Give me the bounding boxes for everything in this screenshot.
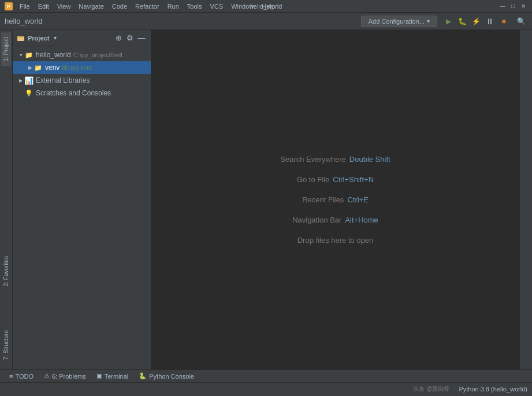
sidebar-tab-project[interactable]: 1: Project	[1, 32, 11, 66]
tree-item-root[interactable]: ▾ 📁 hello_world C:\py_project\hell...	[13, 49, 151, 61]
problems-label: 6: Problems	[52, 373, 86, 380]
python-console-label: Python Console	[149, 373, 194, 380]
hint-drop-files: Drop files here to open	[297, 236, 374, 245]
todo-label: TODO	[15, 373, 34, 380]
panel-add-button[interactable]: ⊕	[114, 34, 123, 43]
hint-text-1: Go to File	[297, 175, 329, 184]
bottom-toolbar: ≡ TODO ⚠ 6: Problems ▣ Terminal 🐍 Python…	[0, 369, 532, 382]
debug-button[interactable]: 🐛	[456, 15, 468, 28]
hint-text-3: Navigation Bar	[292, 216, 341, 224]
menu-vcs[interactable]: VCS	[207, 2, 227, 11]
terminal-icon: ▣	[96, 372, 102, 380]
panel-actions: ⊕ ⚙ —	[114, 34, 146, 43]
tree-item-external-libs[interactable]: ▶ 📊 External Libraries	[13, 74, 151, 87]
hint-navigation-bar: Navigation Bar Alt+Home	[292, 216, 378, 224]
hint-shortcut-0: Double Shift	[349, 155, 390, 164]
stop-button[interactable]: ■	[497, 15, 510, 28]
tree-item-scratches[interactable]: 💡 Scratches and Consoles	[13, 87, 151, 99]
watermark-text: 头条 @颜御霁	[413, 385, 449, 393]
main-layout: 1: Project 2: Favorites 7: Structure Pro…	[0, 30, 532, 369]
hint-recent-files: Recent Files Ctrl+E	[302, 195, 369, 204]
window-controls: — □ ✕	[498, 2, 527, 10]
tree-label-venv: venv	[45, 64, 59, 72]
svg-rect-1	[17, 36, 20, 38]
tree-item-venv[interactable]: ▶ 📁 venv library root	[13, 61, 151, 74]
hint-go-to-file: Go to File Ctrl+Shift+N	[297, 175, 374, 184]
tree-arrow-external-libs: ▶	[17, 77, 24, 84]
hint-search-everywhere: Search Everywhere Double Shift	[280, 155, 390, 164]
run-controls: ▶ 🐛 ⚡ ⏸ ■	[442, 15, 510, 28]
tree-path-root: C:\py_project\hell...	[73, 51, 128, 58]
sidebar-tab-structure[interactable]: 7: Structure	[1, 325, 11, 365]
menu-refactor[interactable]: Refactor	[132, 2, 163, 11]
hint-shortcut-1: Ctrl+Shift+N	[333, 175, 374, 184]
problems-icon: ⚠	[44, 372, 50, 380]
title-bar: P File Edit View Navigate Code Refactor …	[0, 0, 532, 13]
scratch-icon: 💡	[24, 88, 34, 98]
menu-code[interactable]: Code	[109, 2, 131, 11]
bottom-tab-problems[interactable]: ⚠ 6: Problems	[39, 370, 91, 383]
run-button[interactable]: ▶	[442, 15, 455, 28]
lib-icon-external: 📊	[24, 76, 34, 85]
panel-dropdown-arrow[interactable]: ▾	[54, 35, 57, 41]
project-tree: ▾ 📁 hello_world C:\py_project\hell... ▶ …	[13, 46, 151, 369]
left-sidebar-tabs: 1: Project 2: Favorites 7: Structure	[0, 30, 13, 369]
bottom-tab-python-console[interactable]: 🐍 Python Console	[134, 370, 199, 383]
tree-label-external-libs: External Libraries	[36, 76, 90, 84]
search-everywhere-button[interactable]: 🔍	[515, 15, 527, 28]
folder-icon-root: 📁	[24, 50, 34, 60]
coverage-button[interactable]: ⚡	[470, 15, 482, 28]
add-configuration-button[interactable]: Add Configuration... ▾	[361, 16, 437, 27]
editor-area: Search Everywhere Double Shift Go to Fil…	[151, 30, 519, 369]
menu-run[interactable]: Run	[164, 2, 183, 11]
right-sidebar-tabs	[519, 30, 532, 369]
tree-arrow-root: ▾	[17, 51, 24, 58]
hint-shortcut-2: Ctrl+E	[347, 195, 368, 204]
todo-icon: ≡	[9, 373, 13, 380]
hint-text-0: Search Everywhere	[280, 155, 345, 164]
panel-collapse-button[interactable]: —	[137, 34, 146, 43]
python-version-label[interactable]: Python 3.8 (hello_world)	[459, 386, 527, 393]
tree-arrow-venv: ▶	[27, 64, 34, 71]
hint-shortcut-3: Alt+Home	[345, 216, 378, 224]
tree-label-root: hello_world	[36, 51, 71, 59]
minimize-button[interactable]: —	[498, 2, 507, 10]
menu-navigate[interactable]: Navigate	[75, 2, 107, 11]
folder-icon-venv: 📁	[34, 63, 43, 72]
menu-view[interactable]: View	[54, 2, 75, 11]
close-button[interactable]: ✕	[519, 2, 527, 10]
menu-tools[interactable]: Tools	[184, 2, 206, 11]
python-console-icon: 🐍	[139, 372, 147, 380]
project-panel-title: Project	[28, 35, 49, 42]
tree-label-scratches: Scratches and Consoles	[36, 89, 111, 97]
app-icon: P	[5, 2, 13, 10]
hint-text-2: Recent Files	[302, 195, 344, 204]
menu-file[interactable]: File	[16, 2, 34, 11]
profile-button[interactable]: ⏸	[483, 15, 496, 28]
hint-text-4: Drop files here to open	[297, 236, 374, 245]
panel-folder-icon	[17, 35, 24, 42]
window-title: hello_world	[250, 3, 282, 10]
maximize-button[interactable]: □	[509, 2, 517, 10]
menu-edit[interactable]: Edit	[35, 2, 53, 11]
sidebar-tab-favorites[interactable]: 2: Favorites	[1, 251, 11, 291]
tree-arrow-scratches	[17, 90, 24, 97]
project-title: hello_world	[5, 17, 43, 25]
project-panel: Project ▾ ⊕ ⚙ — ▾ 📁 hello_world C:\py_pr…	[13, 30, 151, 369]
status-bar: 头条 @颜御霁 Python 3.8 (hello_world)	[0, 382, 532, 395]
tree-sublabel-venv: library root	[62, 64, 92, 71]
bottom-tab-terminal[interactable]: ▣ Terminal	[92, 370, 133, 383]
panel-gear-button[interactable]: ⚙	[125, 34, 135, 43]
bottom-tab-todo[interactable]: ≡ TODO	[5, 370, 38, 383]
main-toolbar: hello_world Add Configuration... ▾ ▶ 🐛 ⚡…	[0, 13, 532, 30]
project-panel-header: Project ▾ ⊕ ⚙ —	[13, 30, 151, 46]
terminal-label: Terminal	[105, 373, 129, 380]
